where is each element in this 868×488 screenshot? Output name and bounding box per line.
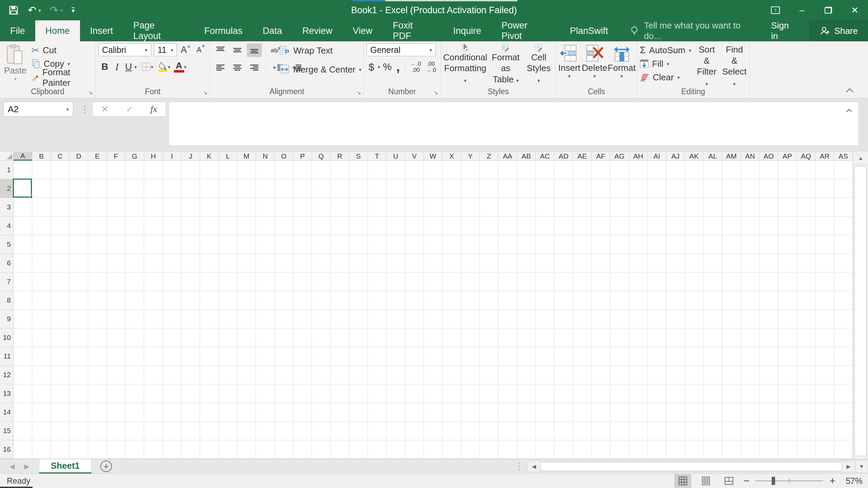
increase-font-size-button[interactable]: A▲ xyxy=(180,45,192,55)
tab-home[interactable]: Home xyxy=(35,20,80,41)
format-cells-button[interactable]: Format ▾ xyxy=(609,43,635,85)
scroll-down-button[interactable]: ▼ xyxy=(856,461,867,472)
conditional-formatting-button[interactable]: ≠ ConditionalFormatting ▾ xyxy=(443,43,487,85)
page-layout-view-button[interactable] xyxy=(697,474,714,488)
currency-format-button[interactable]: $ xyxy=(367,61,376,73)
column-header-d[interactable]: D xyxy=(70,152,88,161)
vertical-scrollbar-thumb[interactable] xyxy=(854,166,867,456)
column-header-u[interactable]: U xyxy=(387,152,405,161)
row-header-4[interactable]: 4 xyxy=(0,217,14,235)
tab-data[interactable]: Data xyxy=(253,20,292,41)
decrease-font-size-button[interactable]: A▼ xyxy=(195,45,207,54)
horizontal-scrollbar[interactable]: ◀ ▶ xyxy=(528,461,855,472)
merge-center-button[interactable]: Merge & Center ▾ xyxy=(280,62,361,77)
format-as-table-dropdown-icon[interactable]: ▾ xyxy=(516,78,519,83)
number-dialog-launcher[interactable]: ↘ xyxy=(433,90,438,96)
name-box-dropdown-icon[interactable]: ▾ xyxy=(66,107,69,112)
align-right-button[interactable] xyxy=(247,61,262,75)
format-dropdown-icon[interactable]: ▾ xyxy=(620,74,623,79)
row-header-5[interactable]: 5 xyxy=(0,235,14,254)
new-sheet-button[interactable]: + xyxy=(100,461,112,472)
percent-format-button[interactable]: % xyxy=(381,61,393,73)
column-header-ag[interactable]: AG xyxy=(610,152,629,161)
clipboard-dialog-launcher[interactable]: ↘ xyxy=(88,90,93,96)
fill-button[interactable]: Fill ▾ xyxy=(640,57,691,70)
underline-dropdown-icon[interactable]: ▾ xyxy=(134,64,137,69)
column-header-af[interactable]: AF xyxy=(592,152,610,161)
column-header-aa[interactable]: AA xyxy=(498,152,517,161)
tell-me-box[interactable]: Tell me what you want to do... xyxy=(630,20,760,41)
column-header-ak[interactable]: AK xyxy=(685,152,704,161)
column-header-g[interactable]: G xyxy=(125,152,144,161)
enter-entry-button[interactable]: ✓ xyxy=(126,104,133,115)
column-header-b[interactable]: B xyxy=(32,152,51,161)
row-header-8[interactable]: 8 xyxy=(0,291,14,310)
column-header-o[interactable]: O xyxy=(275,152,293,161)
save-icon[interactable] xyxy=(8,5,19,16)
column-header-v[interactable]: V xyxy=(405,152,424,161)
cells-area[interactable] xyxy=(14,161,853,459)
column-header-y[interactable]: Y xyxy=(461,152,480,161)
column-header-ao[interactable]: AO xyxy=(760,152,778,161)
next-sheet-button[interactable]: ▶ xyxy=(24,462,29,470)
tab-file[interactable]: File xyxy=(0,20,35,41)
borders-dropdown-icon[interactable]: ▾ xyxy=(151,64,154,69)
column-header-q[interactable]: Q xyxy=(312,152,331,161)
fill-dropdown-icon[interactable]: ▾ xyxy=(667,61,669,66)
select-all-button[interactable] xyxy=(0,152,14,161)
alignment-dialog-launcher[interactable]: ↘ xyxy=(356,90,361,96)
zoom-in-button[interactable]: + xyxy=(829,476,835,486)
sort-filter-button[interactable]: AZ Sort &Filter ▾ xyxy=(696,43,717,85)
row-header-6[interactable]: 6 xyxy=(0,254,14,272)
font-dialog-launcher[interactable]: ↘ xyxy=(203,90,208,96)
tab-foxit-pdf[interactable]: Foxit PDF xyxy=(382,20,443,41)
insert-cells-button[interactable]: Insert ▾ xyxy=(558,43,580,85)
format-as-table-button[interactable]: Format asTable ▾ xyxy=(488,43,523,85)
sort-filter-dropdown-icon[interactable]: ▾ xyxy=(706,81,708,87)
find-select-dropdown-icon[interactable]: ▾ xyxy=(733,81,736,87)
zoom-slider[interactable] xyxy=(755,474,823,488)
column-header-ab[interactable]: AB xyxy=(517,152,536,161)
increase-decimal-button[interactable]: ←.0 .00 xyxy=(409,61,423,73)
tab-page-layout[interactable]: Page Layout xyxy=(123,20,194,41)
find-select-button[interactable]: Find &Select ▾ xyxy=(722,43,747,85)
comma-format-button[interactable]: , xyxy=(394,64,402,69)
merge-center-dropdown-icon[interactable]: ▾ xyxy=(359,67,362,72)
column-header-s[interactable]: S xyxy=(349,152,368,161)
row-header-3[interactable]: 3 xyxy=(0,198,14,217)
column-header-aq[interactable]: AQ xyxy=(797,152,815,161)
row-header-16[interactable]: 16 xyxy=(0,440,14,459)
delete-cells-button[interactable]: Delete ▾ xyxy=(583,43,607,85)
column-header-h[interactable]: H xyxy=(144,152,163,161)
zoom-slider-thumb[interactable] xyxy=(772,477,775,485)
column-header-m[interactable]: M xyxy=(237,152,256,161)
scroll-right-button[interactable]: ▶ xyxy=(843,461,855,472)
font-color-button[interactable]: A xyxy=(174,61,184,73)
column-header-ai[interactable]: AI xyxy=(648,152,666,161)
column-header-j[interactable]: J xyxy=(181,152,200,161)
tab-view[interactable]: View xyxy=(342,20,382,41)
cut-button[interactable]: ✂ Cut xyxy=(32,43,93,57)
italic-button[interactable]: I xyxy=(111,61,123,73)
collapse-formula-bar-button[interactable] xyxy=(847,109,851,115)
normal-view-button[interactable] xyxy=(674,474,691,488)
underline-button[interactable]: U xyxy=(123,61,134,72)
column-header-ad[interactable]: AD xyxy=(554,152,573,161)
row-header-15[interactable]: 15 xyxy=(0,422,14,440)
insert-dropdown-icon[interactable]: ▾ xyxy=(568,74,571,79)
customize-qat-button[interactable]: ▾ xyxy=(72,7,75,13)
tab-insert[interactable]: Insert xyxy=(80,20,123,41)
column-header-am[interactable]: AM xyxy=(722,152,741,161)
sign-in-button[interactable]: Sign in xyxy=(760,20,809,41)
paste-dropdown-icon[interactable]: ▾ xyxy=(14,76,17,81)
paste-button[interactable]: Paste ▾ xyxy=(3,43,28,85)
font-size-select[interactable]: 11▾ xyxy=(154,43,177,56)
clear-button[interactable]: Clear ▾ xyxy=(640,70,691,84)
format-painter-button[interactable]: Format Painter xyxy=(32,70,93,85)
column-header-c[interactable]: C xyxy=(51,152,70,161)
currency-dropdown-icon[interactable]: ▾ xyxy=(378,64,380,69)
insert-function-button[interactable]: fx xyxy=(150,104,157,115)
column-header-al[interactable]: AL xyxy=(704,152,722,161)
zoom-out-button[interactable]: − xyxy=(744,476,750,486)
align-middle-button[interactable] xyxy=(230,43,245,57)
